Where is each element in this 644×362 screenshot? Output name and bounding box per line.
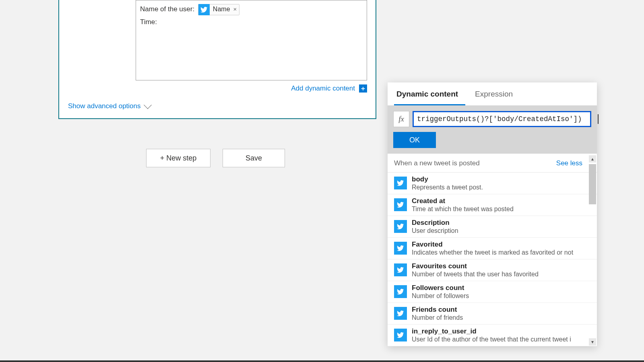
show-advanced-options-label: Show advanced options xyxy=(68,102,141,110)
item-title: Followers count xyxy=(412,284,469,292)
item-desc: Number of followers xyxy=(412,292,469,300)
panel-tabs: Dynamic content Expression xyxy=(388,82,597,105)
dynamic-content-panel: Dynamic content Expression fx OK ▴ ▾ Whe… xyxy=(388,82,597,346)
twitter-icon xyxy=(394,329,407,341)
dynamic-content-item[interactable]: Favourites countNumber of tweets that th… xyxy=(388,259,597,281)
item-title: Favorited xyxy=(412,241,573,249)
item-title: Created at xyxy=(412,197,514,205)
add-dynamic-content-button[interactable]: ＋ xyxy=(359,84,367,93)
dynamic-content-item[interactable]: Friends countNumber of friends xyxy=(388,303,597,325)
bottom-bar xyxy=(0,360,644,362)
show-advanced-options[interactable]: Show advanced options xyxy=(59,95,376,113)
twitter-icon xyxy=(394,285,407,298)
dynamic-token-name[interactable]: Name × xyxy=(198,4,239,15)
twitter-icon xyxy=(394,307,407,320)
dynamic-content-item[interactable]: DescriptionUser description xyxy=(388,216,597,238)
see-less-link[interactable]: See less xyxy=(556,159,582,167)
twitter-icon xyxy=(394,177,407,189)
item-desc: Represents a tweet post. xyxy=(412,184,483,191)
token-label: Name xyxy=(213,3,230,15)
flow-action-card: Name of the user: Name × Time: Add dynam… xyxy=(58,0,376,119)
item-desc: Number of friends xyxy=(412,314,463,321)
dynamic-content-item[interactable]: Followers countNumber of followers xyxy=(388,281,597,303)
save-button[interactable]: Save xyxy=(223,149,285,167)
add-dynamic-content-link[interactable]: Add dynamic content xyxy=(291,84,355,93)
dynamic-content-item[interactable]: FavoritedIndicates whether the tweet is … xyxy=(388,238,597,259)
user-name-label: Name of the user: xyxy=(140,5,196,13)
twitter-icon xyxy=(198,4,210,15)
item-desc: Number of tweets that the user has favor… xyxy=(412,271,539,278)
item-title: in_reply_to_user_id xyxy=(412,327,571,335)
message-body-input[interactable]: Name of the user: Name × Time: xyxy=(136,0,367,80)
item-desc: Time at which the tweet was posted xyxy=(412,206,514,213)
item-title: body xyxy=(412,175,483,183)
twitter-icon xyxy=(394,263,407,276)
item-desc: Indicates whether the tweet is marked as… xyxy=(412,249,573,256)
item-title: Friends count xyxy=(412,306,463,314)
chevron-down-icon xyxy=(144,101,152,109)
token-remove-icon[interactable]: × xyxy=(233,4,237,15)
ok-button[interactable]: OK xyxy=(393,132,436,148)
dynamic-content-item[interactable]: bodyRepresents a tweet post. xyxy=(388,173,597,194)
group-header: When a new tweet is posted See less xyxy=(388,154,597,172)
text-cursor-icon xyxy=(598,114,599,124)
tab-expression[interactable]: Expression xyxy=(473,82,520,105)
twitter-icon xyxy=(394,198,407,211)
item-title: Favourites count xyxy=(412,262,539,270)
item-desc: User Id of the author of the tweet that … xyxy=(412,336,571,343)
expression-area: fx OK xyxy=(388,105,597,154)
dynamic-content-list: bodyRepresents a tweet post.Created atTi… xyxy=(388,172,597,346)
twitter-icon xyxy=(394,220,407,233)
scrollbar-thumb[interactable] xyxy=(589,164,596,204)
fx-icon: fx xyxy=(393,111,409,127)
scroll-up-button[interactable]: ▴ xyxy=(589,155,596,162)
dynamic-content-item[interactable]: in_reply_to_user_idUser Id of the author… xyxy=(388,325,597,346)
time-label: Time: xyxy=(140,16,363,29)
dynamic-content-item[interactable]: Created atTime at which the tweet was po… xyxy=(388,194,597,216)
item-desc: User description xyxy=(412,227,458,234)
dynamic-content-list-wrap: ▴ ▾ When a new tweet is posted See less … xyxy=(388,154,597,346)
item-title: Description xyxy=(412,219,458,227)
group-title: When a new tweet is posted xyxy=(394,159,480,167)
expression-input[interactable] xyxy=(413,111,591,127)
twitter-icon xyxy=(394,242,407,255)
flow-action-buttons: + New step Save xyxy=(146,149,285,167)
scroll-down-button[interactable]: ▾ xyxy=(589,338,596,346)
tab-dynamic-content[interactable]: Dynamic content xyxy=(394,82,465,105)
new-step-button[interactable]: + New step xyxy=(146,149,211,167)
